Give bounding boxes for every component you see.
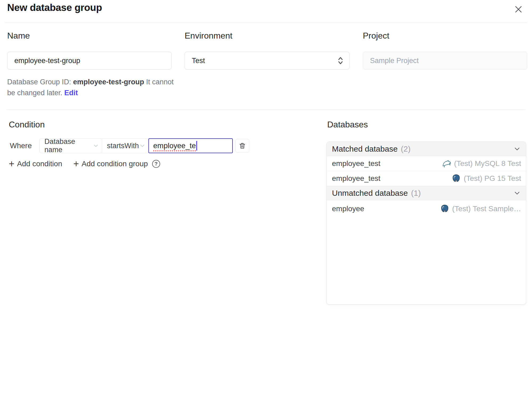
select-updown-icon (337, 56, 344, 65)
hint-id-value: employee-test-group (73, 78, 144, 86)
project-label: Project (363, 31, 389, 41)
database-row: employee_test (Test) MySQL 8 Test (327, 156, 526, 171)
databases-panel: Matched database (2) employee_test (Test… (326, 142, 526, 305)
plus-icon: + (9, 160, 14, 168)
environment-select[interactable]: Test (185, 52, 350, 70)
hint-prefix: Database Group ID: (7, 78, 71, 86)
name-label: Name (7, 31, 30, 41)
condition-operator-select[interactable]: startsWith (102, 139, 148, 153)
where-label: Where (10, 138, 32, 153)
instance-label: (Test) MySQL 8 Test (442, 159, 521, 168)
database-row: employee_test (Test) PG 15 Test (327, 171, 526, 186)
database-group-id-hint: Database Group ID: employee-test-group I… (7, 77, 179, 98)
condition-heading: Condition (9, 120, 45, 130)
plus-icon: + (73, 160, 79, 168)
text-caret (196, 141, 197, 151)
section-divider (7, 110, 525, 110)
condition-value-input[interactable]: employee_te (148, 138, 233, 153)
condition-field-select[interactable]: Database name (40, 139, 102, 153)
matched-count: (2) (401, 144, 411, 153)
instance-label: (Test) PG 15 Test (451, 174, 521, 183)
add-condition-button[interactable]: + Add condition (9, 160, 62, 168)
edit-link[interactable]: Edit (64, 89, 78, 97)
database-row: employee (Test) Test Sample… (327, 200, 526, 217)
environment-selected-value: Test (192, 57, 205, 65)
postgres-icon (440, 204, 450, 214)
mysql-icon (442, 159, 451, 168)
condition-operator-value: startsWith (107, 142, 139, 150)
trash-icon (239, 142, 246, 149)
chevron-down-icon (513, 145, 521, 153)
add-condition-group-button[interactable]: + Add condition group (73, 160, 148, 168)
help-icon[interactable]: ? (152, 160, 160, 168)
condition-actions: + Add condition + Add condition group ? (9, 160, 160, 168)
chevron-down-icon (93, 142, 99, 149)
page-title: New database group (7, 2, 102, 13)
name-input[interactable] (7, 52, 172, 70)
condition-value-text: employee_te (153, 142, 196, 150)
unmatched-count: (1) (411, 189, 421, 198)
chevron-down-icon (513, 189, 521, 197)
close-button[interactable] (512, 3, 525, 16)
environment-label: Environment (185, 31, 232, 41)
matched-database-header[interactable]: Matched database (2) (327, 142, 526, 156)
delete-condition-button[interactable] (235, 139, 249, 153)
close-icon (514, 5, 523, 14)
condition-group: Database name startsWith (39, 138, 148, 153)
project-input (363, 52, 527, 70)
chevron-down-icon (139, 142, 146, 149)
postgres-icon (451, 174, 461, 183)
databases-heading: Databases (327, 120, 368, 130)
unmatched-database-header[interactable]: Unmatched database (1) (327, 186, 526, 200)
condition-field-value: Database name (44, 138, 93, 154)
header-divider (5, 23, 527, 23)
instance-label: (Test) Test Sample… (440, 204, 521, 214)
new-database-group-dialog: New database group Name Environment Test… (0, 0, 532, 399)
